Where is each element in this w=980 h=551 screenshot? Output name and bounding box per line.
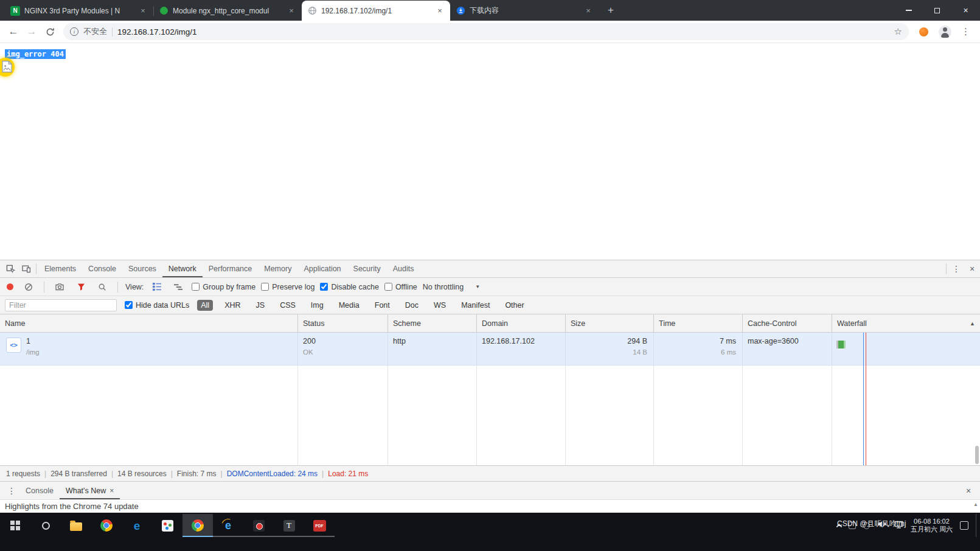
disable-cache-input[interactable] <box>320 283 328 291</box>
filter-type-doc[interactable]: Doc <box>401 300 422 311</box>
devtools-tab-audits[interactable]: Audits <box>387 260 420 277</box>
tab-close-icon[interactable]: × <box>435 6 445 16</box>
devtools-close-icon[interactable]: × <box>964 262 980 276</box>
group-by-frame-input[interactable] <box>192 283 200 291</box>
show-desktop-button[interactable] <box>976 514 978 537</box>
devtools-tab-security[interactable]: Security <box>347 260 387 277</box>
column-header-waterfall[interactable]: Waterfall ▲ <box>832 314 980 332</box>
disable-cache-checkbox[interactable]: Disable cache <box>320 283 379 291</box>
filter-type-font[interactable]: Font <box>371 300 394 311</box>
devtools-tab-performance[interactable]: Performance <box>203 260 259 277</box>
offline-checkbox[interactable]: Offline <box>384 283 417 291</box>
throttling-select[interactable]: No throttling <box>423 283 464 291</box>
address-bar[interactable]: i 不安全 192.168.17.102/img/1 ☆ <box>63 23 909 40</box>
tab-close-icon[interactable]: × <box>287 6 296 16</box>
scroll-up-icon[interactable]: ▲ <box>973 502 978 507</box>
browser-tab-current-page[interactable]: 192.168.17.102/img/1 × <box>302 1 450 21</box>
browser-window: N NGINX 3rd Party Modules | N × Module n… <box>0 0 980 551</box>
filter-icon[interactable] <box>73 280 89 294</box>
taskbar-internet-explorer[interactable]: e <box>213 514 243 537</box>
filter-type-css[interactable]: CSS <box>276 300 299 311</box>
taskbar-search-button[interactable] <box>30 514 61 537</box>
list-view-icon[interactable] <box>149 280 165 294</box>
hide-data-urls-input[interactable] <box>125 301 133 309</box>
tab-close-icon[interactable]: × <box>138 6 148 16</box>
inspect-element-icon[interactable] <box>2 262 18 276</box>
drawer-menu-icon[interactable]: ⋮ <box>4 483 19 498</box>
start-button[interactable] <box>0 514 30 537</box>
group-by-frame-checkbox[interactable]: Group by frame <box>192 283 255 291</box>
url-text[interactable]: 192.168.17.102/img/1 <box>117 27 889 36</box>
column-header-status[interactable]: Status <box>298 314 388 332</box>
tab-close-icon[interactable]: × <box>583 6 593 16</box>
page-info-icon[interactable]: i <box>70 27 78 36</box>
preserve-log-checkbox[interactable]: Preserve log <box>261 283 315 291</box>
filter-type-js[interactable]: JS <box>252 300 269 311</box>
security-label[interactable]: 不安全 <box>83 26 107 37</box>
table-scrollbar-thumb[interactable] <box>975 446 979 464</box>
window-maximize-button[interactable] <box>923 0 951 21</box>
taskbar-edge[interactable]: e <box>122 514 152 537</box>
browser-tab-nginx-modules[interactable]: N NGINX 3rd Party Modules | N × <box>5 1 153 21</box>
device-toolbar-icon[interactable] <box>18 262 34 276</box>
reload-button[interactable] <box>41 23 58 40</box>
devtools-tab-sources[interactable]: Sources <box>122 260 162 277</box>
filter-type-media[interactable]: Media <box>335 300 363 311</box>
hide-data-urls-checkbox[interactable]: Hide data URLs <box>125 301 189 310</box>
profile-avatar[interactable] <box>939 26 951 38</box>
dropdown-arrow-icon[interactable]: ▼ <box>475 284 480 289</box>
request-name-cell[interactable]: <> 1 /img <box>0 333 298 365</box>
taskbar-clock[interactable]: 06-08 16:02 五月初六 周六 <box>911 518 953 533</box>
devtools-tab-console[interactable]: Console <box>82 260 122 277</box>
taskbar-pdf-reader[interactable]: PDF <box>304 514 335 537</box>
action-center-icon[interactable] <box>960 521 968 530</box>
devtools-menu-icon[interactable]: ⋮ <box>948 262 964 276</box>
drawer-close-icon[interactable]: × <box>961 483 976 498</box>
devtools-tab-application[interactable]: Application <box>297 260 347 277</box>
taskbar-chrome-pinned[interactable] <box>91 514 122 537</box>
taskbar-file-explorer[interactable] <box>61 514 91 537</box>
extension-icon[interactable] <box>919 27 928 36</box>
bookmark-star-icon[interactable]: ☆ <box>894 26 902 37</box>
preserve-log-input[interactable] <box>261 283 269 291</box>
browser-tab-ngx-http-core-module[interactable]: Module ngx_http_core_modul × <box>153 1 302 21</box>
taskbar-typora[interactable]: T <box>274 514 304 537</box>
filter-type-ws[interactable]: WS <box>430 300 450 311</box>
browser-menu-icon[interactable]: ⋮ <box>956 26 975 37</box>
column-header-name[interactable]: Name <box>0 314 298 332</box>
network-request-row[interactable]: <> 1 /img 200 OK http 192.168.17.102 294… <box>0 333 980 366</box>
overview-view-icon[interactable] <box>170 280 186 294</box>
column-header-time[interactable]: Time <box>654 314 743 332</box>
devtools-tab-network[interactable]: Network <box>162 260 203 277</box>
search-icon[interactable] <box>94 280 110 294</box>
column-header-domain[interactable]: Domain <box>477 314 566 332</box>
clear-network-log-icon[interactable] <box>21 280 36 294</box>
taskbar-paint[interactable] <box>152 514 182 537</box>
back-button[interactable]: ← <box>5 23 22 40</box>
column-header-cache-control[interactable]: Cache-Control <box>743 314 832 332</box>
pdf-icon: PDF <box>313 520 326 532</box>
capture-screenshots-icon[interactable] <box>52 280 68 294</box>
devtools-tab-elements[interactable]: Elements <box>38 260 82 277</box>
record-network-log-button[interactable] <box>7 283 13 290</box>
devtools-tab-memory[interactable]: Memory <box>258 260 297 277</box>
drawer-tab-console[interactable]: Console <box>19 482 60 499</box>
drawer-tab-close-icon[interactable]: × <box>109 487 114 495</box>
taskbar-screen-recorder[interactable] <box>243 514 274 537</box>
filter-type-manifest[interactable]: Manifest <box>457 300 493 311</box>
filter-type-all[interactable]: All <box>197 300 213 311</box>
column-header-scheme[interactable]: Scheme <box>388 314 477 332</box>
offline-input[interactable] <box>384 283 392 291</box>
drawer-tab-whats-new[interactable]: What's New × <box>60 482 120 499</box>
column-header-size[interactable]: Size <box>566 314 654 332</box>
new-tab-button[interactable]: + <box>602 2 619 19</box>
filter-type-xhr[interactable]: XHR <box>221 300 244 311</box>
window-minimize-button[interactable] <box>894 0 923 21</box>
filter-type-other[interactable]: Other <box>501 300 527 311</box>
network-filter-input[interactable] <box>5 299 117 311</box>
browser-tab-downloads[interactable]: 下载内容 × <box>450 1 599 21</box>
filter-type-img[interactable]: Img <box>307 300 327 311</box>
taskbar-chrome-active[interactable] <box>182 514 213 537</box>
window-close-button[interactable]: × <box>951 0 980 21</box>
forward-button[interactable]: → <box>23 23 40 40</box>
